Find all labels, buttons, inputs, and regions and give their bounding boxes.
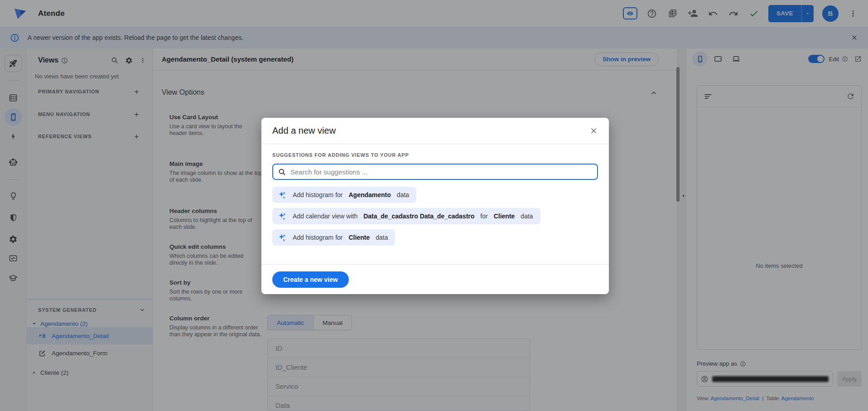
suggestion-search-box[interactable]	[272, 164, 598, 180]
suggestions-heading: SUGGESTIONS FOR ADDING VIEWS TO YOUR APP	[272, 152, 598, 158]
ai-sparkle-icon	[278, 233, 287, 242]
suggestion-list: Add histogram for Agendamento data Add c…	[272, 187, 598, 246]
ai-sparkle-icon	[278, 212, 287, 221]
search-input[interactable]	[290, 168, 593, 176]
suggestion-chip[interactable]: Add calendar view with Data_de_cadastro …	[272, 208, 540, 224]
search-icon	[278, 168, 286, 176]
create-new-view-button[interactable]: Create a new view	[272, 271, 349, 288]
close-icon[interactable]	[589, 126, 598, 135]
suggestion-chip[interactable]: Add histogram for Agendamento data	[272, 187, 416, 203]
ai-sparkle-icon	[278, 190, 287, 199]
suggestion-chip[interactable]: Add histogram for Cliente data	[272, 229, 395, 246]
modal-title: Add a new view	[272, 126, 336, 136]
add-view-modal: Add a new view SUGGESTIONS FOR ADDING VI…	[261, 118, 609, 294]
